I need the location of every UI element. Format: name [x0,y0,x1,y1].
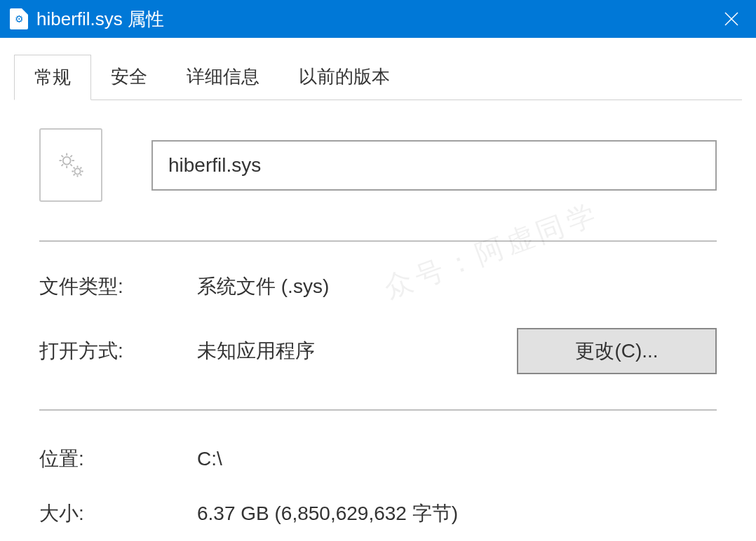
close-icon [724,11,739,27]
change-button[interactable]: 更改(C)... [517,328,717,374]
content-area: 常规 安全 详细信息 以前的版本 文件类型: 系统文件 ( [0,38,756,541]
size-label: 大小: [39,500,197,527]
file-type-value: 系统文件 (.sys) [197,273,717,300]
tab-previous-versions[interactable]: 以前的版本 [279,55,410,100]
file-type-label: 文件类型: [39,273,197,300]
location-value: C:\ [197,448,717,470]
filename-input[interactable] [151,140,717,191]
window-title: hiberfil.sys 属性 [36,7,164,32]
gear-icon [55,149,87,181]
tabs: 常规 安全 详细信息 以前的版本 [14,55,742,100]
tab-security[interactable]: 安全 [91,55,167,100]
open-with-value: 未知应用程序 [197,338,517,364]
close-button[interactable] [707,0,756,38]
prop-location: 位置: C:\ [39,446,717,472]
location-label: 位置: [39,446,197,472]
title-bar-file-icon: ⚙ [10,8,28,29]
title-bar-left: ⚙ hiberfil.sys 属性 [10,7,164,32]
tab-details[interactable]: 详细信息 [167,55,279,100]
size-value: 6.37 GB (6,850,629,632 字节) [197,500,717,527]
svg-point-1 [74,168,80,174]
prop-size: 大小: 6.37 GB (6,850,629,632 字节) [39,500,717,527]
open-with-label: 打开方式: [39,338,197,364]
properties-section: 文件类型: 系统文件 (.sys) 打开方式: 未知应用程序 更改(C)... … [39,242,717,541]
prop-file-type: 文件类型: 系统文件 (.sys) [39,273,717,300]
tab-general[interactable]: 常规 [14,55,91,100]
svg-point-0 [62,157,70,165]
file-type-icon [39,128,102,202]
file-header [39,128,717,242]
gear-icon: ⚙ [15,13,24,25]
prop-open-with: 打开方式: 未知应用程序 更改(C)... [39,328,717,411]
tab-content-general: 文件类型: 系统文件 (.sys) 打开方式: 未知应用程序 更改(C)... … [14,100,742,541]
title-bar: ⚙ hiberfil.sys 属性 [0,0,756,38]
